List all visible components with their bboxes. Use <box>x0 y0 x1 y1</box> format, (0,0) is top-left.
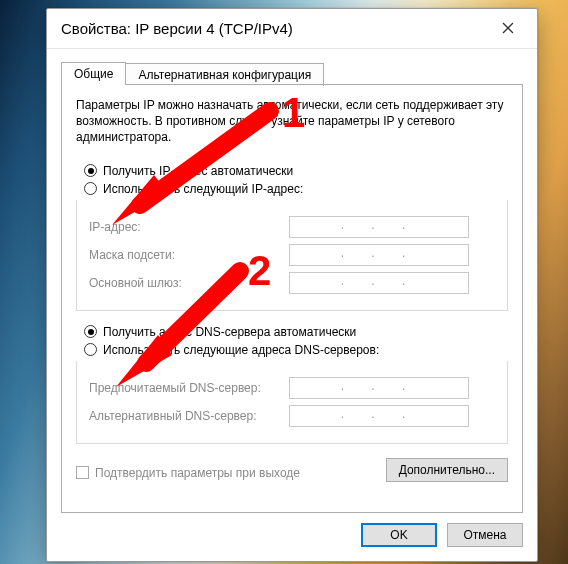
ip-fields-group: IP-адрес: . . . Маска подсети: . . . Осн… <box>76 200 508 311</box>
close-button[interactable] <box>491 15 525 43</box>
ok-button[interactable]: OK <box>361 523 437 547</box>
confirm-on-exit-checkbox[interactable]: Подтвердить параметры при выходе <box>76 466 300 480</box>
radio-label: Использовать следующие адреса DNS-сервер… <box>103 343 379 357</box>
gateway-input: . . . <box>289 272 469 294</box>
checkbox-icon <box>76 466 89 479</box>
cancel-button[interactable]: Отмена <box>447 523 523 547</box>
intro-text: Параметры IP можно назначать автоматичес… <box>76 97 508 146</box>
titlebar: Свойства: IP версии 4 (TCP/IPv4) <box>47 9 537 49</box>
field-label: IP-адрес: <box>89 220 279 234</box>
field-default-gateway: Основной шлюз: . . . <box>89 272 495 294</box>
dialog-title: Свойства: IP версии 4 (TCP/IPv4) <box>61 20 491 37</box>
tab-alternate[interactable]: Альтернативная конфигурация <box>126 63 324 86</box>
field-preferred-dns: Предпочитаемый DNS-сервер: . . . <box>89 377 495 399</box>
field-alternate-dns: Альтернативный DNS-сервер: . . . <box>89 405 495 427</box>
radio-label: Получить IP-адрес автоматически <box>103 164 293 178</box>
radio-dns-manual[interactable]: Использовать следующие адреса DNS-сервер… <box>84 343 508 357</box>
field-ip-address: IP-адрес: . . . <box>89 216 495 238</box>
radio-ip-auto[interactable]: Получить IP-адрес автоматически <box>84 164 508 178</box>
alternate-dns-input: . . . <box>289 405 469 427</box>
radio-icon <box>84 164 97 177</box>
panel-bottom-row: Подтвердить параметры при выходе Дополни… <box>76 458 508 482</box>
radio-label: Использовать следующий IP-адрес: <box>103 182 303 196</box>
radio-icon <box>84 325 97 338</box>
field-label: Маска подсети: <box>89 248 279 262</box>
tab-panel-general: Параметры IP можно назначать автоматичес… <box>61 84 523 513</box>
ip-address-input: . . . <box>289 216 469 238</box>
close-icon <box>502 20 514 37</box>
tab-general[interactable]: Общие <box>61 62 126 85</box>
dns-fields-group: Предпочитаемый DNS-сервер: . . . Альтерн… <box>76 361 508 444</box>
ipv4-properties-dialog: Свойства: IP версии 4 (TCP/IPv4) Общие А… <box>46 8 538 562</box>
radio-label: Получить адрес DNS-сервера автоматически <box>103 325 356 339</box>
radio-dns-auto[interactable]: Получить адрес DNS-сервера автоматически <box>84 325 508 339</box>
field-label: Предпочитаемый DNS-сервер: <box>89 381 279 395</box>
field-label: Основной шлюз: <box>89 276 279 290</box>
field-subnet-mask: Маска подсети: . . . <box>89 244 495 266</box>
subnet-mask-input: . . . <box>289 244 469 266</box>
checkbox-label: Подтвердить параметры при выходе <box>95 466 300 480</box>
advanced-button[interactable]: Дополнительно... <box>386 458 508 482</box>
radio-icon <box>84 182 97 195</box>
tabstrip: Общие Альтернативная конфигурация <box>47 49 537 84</box>
dialog-button-bar: OK Отмена <box>47 523 537 561</box>
radio-ip-manual[interactable]: Использовать следующий IP-адрес: <box>84 182 508 196</box>
field-label: Альтернативный DNS-сервер: <box>89 409 279 423</box>
preferred-dns-input: . . . <box>289 377 469 399</box>
radio-icon <box>84 343 97 356</box>
